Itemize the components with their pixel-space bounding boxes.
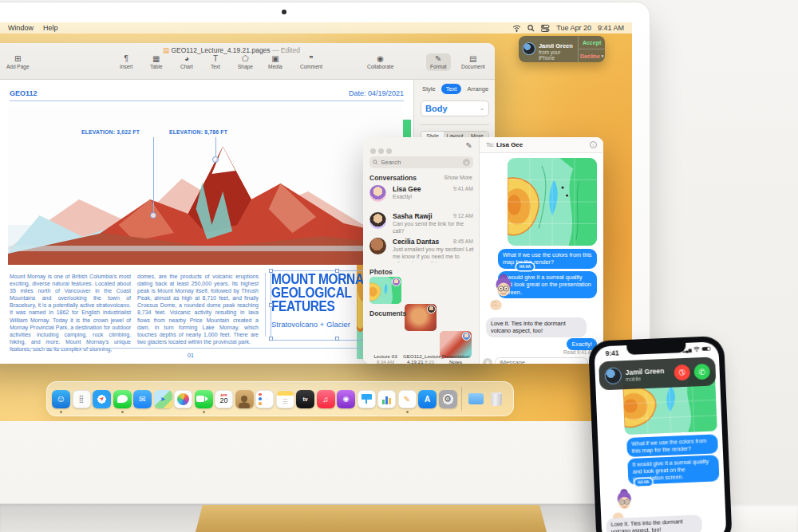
haha-tapback-icon[interactable]: HA HA <box>634 479 652 487</box>
dock-calendar[interactable]: APR20 <box>215 390 233 408</box>
elevation-label-right[interactable]: ELEVATION: 8,786 FT <box>169 129 227 135</box>
message-input-bar: A ‖‖ <box>483 357 600 364</box>
dock-photos[interactable] <box>174 390 192 408</box>
decline-call-button[interactable]: Decline ▾ <box>579 49 605 62</box>
column-rule <box>265 273 266 337</box>
spotlight-search-icon[interactable] <box>527 25 535 32</box>
menu-help[interactable]: Help <box>43 24 58 32</box>
dock-reminders[interactable] <box>255 390 274 408</box>
dock-launchpad[interactable]: ⣿ <box>73 390 91 408</box>
dock-contacts[interactable] <box>235 390 254 408</box>
accept-call-button[interactable]: Accept <box>579 36 605 49</box>
media-button[interactable]: ▣Media <box>268 55 282 69</box>
dock-notes[interactable]: ☰ <box>276 390 294 408</box>
dock-pages[interactable]: ✎ <box>398 390 417 408</box>
add-page-button[interactable]: ⊞Add Page <box>6 55 30 69</box>
insert-button[interactable]: ¶Insert <box>120 55 132 69</box>
battery-icon <box>701 347 710 351</box>
wifi-icon[interactable] <box>512 25 521 32</box>
dock-music[interactable]: ♫ <box>317 390 335 408</box>
comment-button[interactable]: ❞Comment <box>300 55 322 69</box>
incoming-bubble[interactable]: Love it. Ties into the dormant volcano a… <box>606 514 702 532</box>
selection-handle[interactable] <box>269 269 273 273</box>
dock-apple-tv[interactable]: tv <box>296 390 314 408</box>
clear-search-icon[interactable]: ✕ <box>463 159 470 166</box>
doc-name: Lecture 03 <box>373 353 397 359</box>
dock-downloads-folder[interactable] <box>467 390 485 408</box>
dock-keynote[interactable] <box>358 390 376 408</box>
messages-chat-pane: To: Lisa Gee i What if we use the <box>480 137 603 364</box>
dock-mail[interactable]: ✉ <box>133 390 152 408</box>
pages-document-canvas[interactable]: GEO112 Date: 04/19/2021 <box>0 80 413 364</box>
elevation-label-left[interactable]: ELEVATION: 3,022 FT <box>81 129 140 135</box>
chart-button[interactable]: ◕Chart <box>180 55 193 69</box>
incoming-call-banner[interactable]: Jamil Green mobile ✆ ✆ <box>598 357 716 390</box>
iphone-screen: 9:41 ▂▄▆ Jamil Green mobile ✆ ✆ <box>594 341 726 532</box>
sent-topo-map-image[interactable] <box>508 158 597 246</box>
photo-thumb-topo-map[interactable] <box>369 277 401 304</box>
tab-text[interactable]: Text <box>441 84 462 94</box>
messages-window: ✎ ✕ Conversations Show More Lisa Gee 9:4… <box>363 137 603 364</box>
dock-numbers[interactable] <box>377 390 396 408</box>
thread-lisa-gee[interactable]: Lisa Gee 9:41 AM Exactly! <box>369 185 473 209</box>
search-field[interactable]: ✕ <box>369 156 473 168</box>
imessage-input[interactable] <box>495 357 588 364</box>
compose-icon[interactable]: ✎ <box>466 141 472 150</box>
info-icon[interactable]: i <box>590 141 597 148</box>
outgoing-bubble-1[interactable]: What if we use the colors from this map … <box>626 434 718 457</box>
dock-system-preferences[interactable]: ⚙ <box>439 390 457 408</box>
dock-safari[interactable]: ➤ <box>93 390 111 408</box>
navigation-arrow-icon: ➤ <box>160 396 166 403</box>
dock-maps[interactable]: ➤ <box>154 390 172 408</box>
collaborate-button[interactable]: ◉Collaborate <box>367 55 393 69</box>
traffic-lights[interactable] <box>370 143 394 157</box>
photo-thumb-portrait[interactable] <box>405 304 437 331</box>
search-input[interactable] <box>381 159 460 166</box>
wifi-icon <box>693 346 700 352</box>
accept-call-icon[interactable]: ✆ <box>693 364 710 380</box>
selection-handle[interactable] <box>335 269 339 273</box>
selection-handle[interactable] <box>335 337 339 341</box>
selection-handle[interactable] <box>269 303 273 307</box>
dock-podcasts[interactable]: ◉ <box>337 390 355 408</box>
format-button[interactable]: ✎Format <box>426 53 451 71</box>
insert-icon: ¶ <box>124 55 128 63</box>
outgoing-bubble-1[interactable]: What if we use the colors from this map … <box>498 249 597 269</box>
dock-trash[interactable] <box>487 390 505 408</box>
doc-column-2[interactable]: domes, are the products of volcanic erup… <box>137 273 259 345</box>
show-more-link[interactable]: Show More <box>444 175 472 180</box>
decline-options-chevron-icon[interactable]: ▾ <box>602 53 604 58</box>
caller-avatar <box>523 42 535 55</box>
doc-name: Presentation Notes <box>442 353 470 364</box>
table-button[interactable]: ▦Table <box>150 55 163 69</box>
imessage-apps-icon[interactable]: A <box>483 358 492 365</box>
dock-finder[interactable]: ☺ <box>52 390 70 408</box>
menu-bar: Window Help Tue Apr 20 9:41 AM <box>0 22 632 33</box>
haha-tapback-icon[interactable]: HA HA <box>516 263 534 270</box>
thread-cecilia-dantas[interactable]: Cecilia Dantas 8:45 AM Just emailed you … <box>369 238 473 265</box>
text-icon: T <box>213 55 218 63</box>
recipient-name[interactable]: Lisa Gee <box>496 141 523 148</box>
control-center-icon[interactable] <box>541 25 550 32</box>
text-button[interactable]: TText <box>211 55 220 69</box>
shape-button[interactable]: ⬠Shape <box>238 55 253 69</box>
menu-window[interactable]: Window <box>8 24 34 32</box>
dock-messages[interactable] <box>113 390 132 408</box>
decline-call-icon[interactable]: ✆ <box>671 361 693 384</box>
memoji-sticker[interactable] <box>486 273 521 313</box>
paragraph-style-selector[interactable]: Body ⌄ <box>421 100 489 116</box>
document-button[interactable]: ▤Document <box>461 55 485 69</box>
dock-facetime[interactable] <box>195 390 213 408</box>
tab-arrange[interactable]: Arrange <box>462 84 493 94</box>
pages-titlebar[interactable]: ▤ GEO112_Lecture_4.19.21.pages — Edited … <box>0 43 495 80</box>
elevation-marker-left <box>150 212 156 219</box>
dock-app-store[interactable]: A <box>418 390 437 408</box>
avatar <box>369 212 386 229</box>
thread-sasha-rawji[interactable]: Sasha Rawji 9:12 AM Can you send the lin… <box>369 212 473 236</box>
tab-style[interactable]: Style <box>417 84 440 94</box>
shape-icon: ⬠ <box>242 55 249 63</box>
selection-handle[interactable] <box>269 337 273 341</box>
doc-column-1[interactable]: Mount Mornay is one of British Columbia'… <box>10 273 131 353</box>
call-notification[interactable]: Jamil Green from your iPhone Accept Decl… <box>519 36 605 62</box>
incoming-bubble[interactable]: Love it. Ties into the dormant volcano a… <box>486 317 587 337</box>
